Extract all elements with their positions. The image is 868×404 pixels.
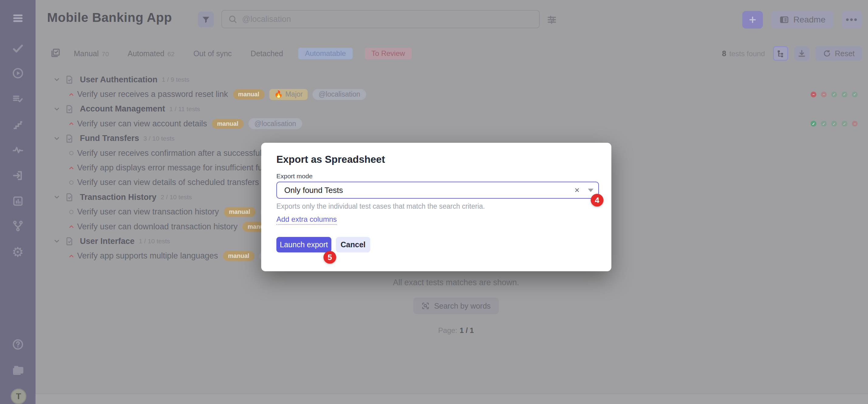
filter-count: 70 xyxy=(102,51,109,58)
chevron-down-icon[interactable] xyxy=(53,238,60,245)
file-check-icon xyxy=(65,236,74,246)
clear-icon[interactable] xyxy=(574,187,580,193)
pulse-icon[interactable] xyxy=(0,143,35,157)
group-count: 3 / 10 tests xyxy=(143,135,175,142)
group-name[interactable]: User Interface xyxy=(80,237,134,246)
test-name[interactable]: Verify user receives confirmation after … xyxy=(77,149,292,158)
check-icon[interactable] xyxy=(0,41,35,56)
filter-label: Automated xyxy=(128,49,164,58)
download-icon xyxy=(797,49,806,58)
analytics-icon[interactable] xyxy=(0,194,35,208)
search-by-words-label: Search by words xyxy=(434,302,491,310)
branches-icon[interactable] xyxy=(0,219,35,233)
sidebar: ⚙ T xyxy=(0,0,35,404)
more-button[interactable]: ••• xyxy=(842,11,862,29)
filter-detached[interactable]: Detached xyxy=(251,49,283,58)
filter-automated[interactable]: Automated 62 xyxy=(128,49,174,58)
search-input[interactable] xyxy=(242,14,539,24)
footer-divider xyxy=(35,394,868,404)
group-name[interactable]: Transaction History xyxy=(80,193,156,202)
download-button[interactable] xyxy=(794,46,809,61)
status-dot xyxy=(811,91,816,97)
chevron-down-icon[interactable] xyxy=(53,193,60,201)
manual-badge: manual xyxy=(233,89,265,99)
pagination: Page:1 / 1 xyxy=(438,326,474,335)
chevron-down-icon[interactable] xyxy=(53,105,60,113)
search-icon xyxy=(228,14,237,24)
status-dot xyxy=(842,121,847,127)
chevron-down-icon[interactable] xyxy=(53,76,60,83)
funnel-icon xyxy=(202,15,211,24)
group-name[interactable]: User Authentication xyxy=(80,75,158,85)
test-name[interactable]: Verify user receives a password reset li… xyxy=(77,90,228,99)
reset-label: Reset xyxy=(835,49,855,58)
chevron-down-icon[interactable] xyxy=(53,135,60,142)
test-name[interactable]: Verify user can view account details xyxy=(77,119,207,128)
tree-group-row[interactable]: User Authentication 1 / 9 tests xyxy=(53,72,863,87)
fire-icon: 🔥 xyxy=(274,90,283,98)
tag-badge: @localisation xyxy=(248,118,302,129)
tree-group-row[interactable]: Account Management 1 / 11 tests xyxy=(53,102,863,116)
test-name[interactable]: Verify user can download transaction his… xyxy=(77,222,238,231)
filter-manual[interactable]: Manual 70 xyxy=(74,49,109,58)
app-window: ⚙ T Mobile Banking App Readme ••• xyxy=(0,0,868,404)
steps-icon[interactable] xyxy=(0,117,35,132)
tree-view-button[interactable] xyxy=(773,46,788,61)
chip-automatable[interactable]: Automatable xyxy=(298,48,352,59)
group-count: 1 / 11 tests xyxy=(169,105,200,113)
sliders-icon[interactable] xyxy=(546,14,558,27)
chevron-up-icon xyxy=(67,165,76,171)
export-mode-select[interactable]: Only found Tests xyxy=(276,182,599,199)
test-name[interactable]: Verify app displays error message for in… xyxy=(77,163,276,173)
gear-icon[interactable]: ⚙ xyxy=(0,245,35,259)
circle-icon xyxy=(67,150,76,156)
help-icon[interactable] xyxy=(0,337,35,352)
header-actions: Readme ••• xyxy=(742,11,862,29)
export-mode-helper: Exports only the individual test cases t… xyxy=(276,202,485,211)
page-title: Mobile Banking App xyxy=(47,10,172,25)
group-name[interactable]: Account Management xyxy=(80,104,165,114)
chevron-up-icon xyxy=(67,223,76,230)
folders-icon[interactable] xyxy=(0,363,35,377)
checklist-icon[interactable] xyxy=(50,48,61,60)
readme-button[interactable]: Readme xyxy=(771,11,833,29)
add-button[interactable] xyxy=(742,11,763,29)
logo-avatar[interactable]: T xyxy=(11,389,26,404)
export-modal: Export as Spreadsheet Export mode Only f… xyxy=(261,143,611,271)
group-name[interactable]: Fund Transfers xyxy=(80,134,139,143)
manual-badge: manual xyxy=(212,119,244,129)
test-name[interactable]: Verify app supports multiple languages xyxy=(77,251,218,260)
status-dot xyxy=(811,121,816,127)
chevron-down-icon[interactable] xyxy=(588,189,593,192)
logo-letter: T xyxy=(16,392,21,401)
manual-badge: manual xyxy=(223,251,254,261)
test-name[interactable]: Verify user can view details of schedule… xyxy=(77,178,259,187)
filter-button[interactable] xyxy=(198,11,214,27)
menu-icon[interactable] xyxy=(0,11,35,26)
scan-search-icon xyxy=(421,302,430,310)
launch-export-button[interactable]: Launch export xyxy=(276,237,331,252)
status-dot xyxy=(831,121,837,127)
file-check-icon xyxy=(65,134,74,144)
import-icon[interactable] xyxy=(0,168,35,183)
chevron-up-icon xyxy=(67,253,76,259)
filter-label: Manual xyxy=(74,49,99,58)
list-check-icon[interactable] xyxy=(0,92,35,106)
test-row[interactable]: Verify user receives a password reset li… xyxy=(53,87,863,101)
reset-button[interactable]: Reset xyxy=(815,46,862,61)
cancel-button[interactable]: Cancel xyxy=(336,237,370,252)
search-by-words-button[interactable]: Search by words xyxy=(413,298,498,314)
filter-row-right: 8 tests found Reset xyxy=(722,46,862,61)
test-row[interactable]: Verify user can view account details man… xyxy=(53,116,863,131)
add-extra-columns-link[interactable]: Add extra columns xyxy=(276,215,337,225)
filter-out-of-sync[interactable]: Out of sync xyxy=(193,49,232,58)
status-dot xyxy=(842,91,847,97)
chip-to-review[interactable]: To Review xyxy=(365,48,412,59)
test-name[interactable]: Verify user can view transaction history xyxy=(77,207,219,217)
play-circle-icon[interactable] xyxy=(0,66,35,81)
major-label: Major xyxy=(285,90,303,98)
tree-view-icon xyxy=(776,49,785,58)
page-value: 1 / 1 xyxy=(460,326,474,335)
chevron-up-icon xyxy=(67,91,76,98)
file-check-icon xyxy=(65,192,74,202)
